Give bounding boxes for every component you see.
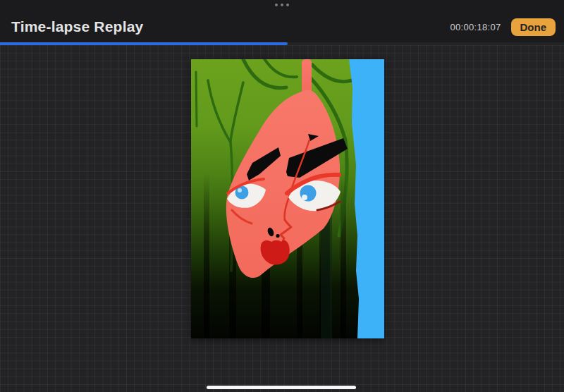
elapsed-timestamp: 00:00:18:07	[450, 22, 501, 32]
page-title: Time-lapse Replay	[11, 18, 143, 35]
timelapse-replay-screen: Time-lapse Replay 00:00:18:07 Done	[0, 0, 564, 392]
replay-progress-track[interactable]	[0, 42, 564, 45]
artwork-canvas[interactable]	[191, 59, 384, 338]
workspace-grid	[0, 45, 564, 392]
handle-dot	[275, 4, 278, 6]
replay-progress-fill	[0, 42, 288, 45]
header-bar: Time-lapse Replay 00:00:18:07 Done	[0, 0, 564, 42]
handle-dot	[286, 4, 289, 6]
header-right-group: 00:00:18:07 Done	[450, 18, 556, 36]
done-button[interactable]: Done	[511, 18, 556, 36]
handle-dot	[281, 4, 283, 6]
multitask-handle[interactable]	[275, 4, 289, 6]
home-indicator[interactable]	[207, 386, 356, 389]
